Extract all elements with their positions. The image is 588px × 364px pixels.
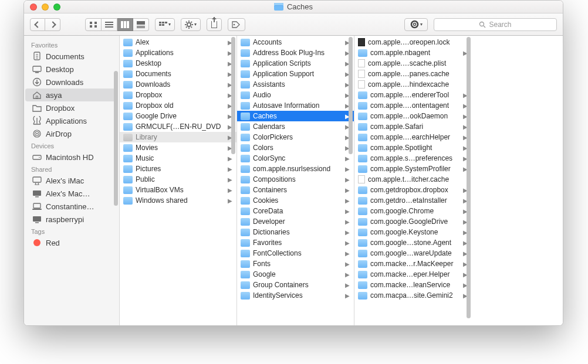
file-row[interactable]: Movies▶ — [120, 142, 236, 153]
file-row[interactable]: com.apple.…hindexcache — [354, 79, 472, 90]
file-row[interactable]: Colors▶ — [237, 142, 354, 153]
zoom-button[interactable] — [53, 4, 60, 11]
file-row[interactable]: Library▶ — [120, 132, 236, 142]
file-row[interactable]: com.google.Chrome▶ — [354, 206, 472, 216]
file-row[interactable]: ColorPickers▶ — [237, 132, 354, 142]
file-row[interactable]: Dictionaries▶ — [237, 227, 354, 237]
file-row[interactable]: ColorSync▶ — [237, 153, 354, 164]
file-row[interactable]: com.apple.nbagent▶ — [354, 47, 472, 58]
file-row[interactable]: com.apple…ookDaemon▶ — [354, 111, 472, 121]
file-row[interactable]: Containers▶ — [237, 185, 354, 195]
file-row[interactable]: com.apple.…earchHelper▶ — [354, 132, 472, 142]
sidebar-item[interactable]: raspberrypi — [25, 213, 118, 226]
file-row[interactable]: com.apple.s…preferences▶ — [354, 153, 472, 164]
file-row[interactable]: IdentityServices▶ — [237, 290, 354, 301]
file-row[interactable]: Windows shared▶ — [120, 195, 236, 206]
back-button[interactable] — [30, 18, 45, 31]
view-coverflow-button[interactable] — [133, 18, 149, 31]
titlebar[interactable]: Caches — [24, 1, 563, 13]
sidebar-item[interactable]: Desktop — [25, 63, 118, 76]
sidebar-item[interactable]: Alex's iMac — [25, 174, 118, 187]
file-row[interactable]: Calendars▶ — [237, 121, 354, 132]
file-row[interactable]: Documents▶ — [120, 69, 236, 79]
minimize-button[interactable] — [42, 4, 49, 11]
file-row[interactable]: com.apple.…scache.plist — [354, 58, 472, 69]
file-row[interactable]: Fonts▶ — [237, 258, 354, 269]
file-row[interactable]: Assistants▶ — [237, 79, 354, 90]
search-field[interactable]: Search — [434, 18, 557, 31]
sidebar-item[interactable]: Macintosh HD — [25, 151, 118, 164]
file-row[interactable]: FontCollections▶ — [237, 248, 354, 258]
file-row[interactable]: Audio▶ — [237, 90, 354, 100]
file-row[interactable]: com.apple.…ontentagent▶ — [354, 100, 472, 111]
view-column-button[interactable] — [117, 18, 133, 31]
file-row[interactable]: Application Scripts▶ — [237, 58, 354, 69]
forward-button[interactable] — [45, 18, 60, 31]
column-scrollbar[interactable] — [467, 37, 471, 318]
file-row[interactable]: com.apple.…endererTool▶ — [354, 90, 472, 100]
file-row[interactable]: com.apple.Safari▶ — [354, 121, 472, 132]
file-row[interactable]: GRMCULF(…EN-RU_DVD▶ — [120, 121, 236, 132]
file-row[interactable]: Developer▶ — [237, 216, 354, 227]
file-row[interactable]: com.macke…eper.Helper▶ — [354, 269, 472, 280]
arrange-button[interactable]: ▾ — [155, 18, 175, 31]
file-row[interactable]: com.macke…r.MacKeeper▶ — [354, 258, 472, 269]
sidebar-item[interactable]: Downloads — [25, 76, 118, 89]
action-button[interactable]: ▾ — [181, 18, 201, 31]
file-row[interactable]: Application Support▶ — [237, 69, 354, 79]
file-row[interactable]: com.apple.Spotlight▶ — [354, 142, 472, 153]
dropbox-smartsync-button[interactable]: ▾ — [404, 18, 428, 31]
file-row[interactable]: com.google.GoogleDrive▶ — [354, 216, 472, 227]
file-row[interactable]: Google Drive▶ — [120, 111, 236, 121]
file-row[interactable]: com.apple.SystemProfiler▶ — [354, 164, 472, 174]
file-row[interactable]: CoreData▶ — [237, 206, 354, 216]
sidebar-item[interactable]: Alex's Mac… — [25, 187, 118, 200]
file-row[interactable]: Autosave Information▶ — [237, 100, 354, 111]
file-row[interactable]: Accounts▶ — [237, 37, 354, 47]
file-row[interactable]: Favorites▶ — [237, 237, 354, 248]
column-scrollbar[interactable] — [231, 37, 235, 154]
file-row[interactable]: com.google.Keystone▶ — [354, 227, 472, 237]
file-row[interactable]: Pictures▶ — [120, 164, 236, 174]
file-row[interactable]: Downloads▶ — [120, 79, 236, 90]
file-row[interactable]: com.google…wareUpdate▶ — [354, 248, 472, 258]
file-row[interactable]: Dropbox▶ — [120, 90, 236, 100]
file-row[interactable]: com.getdro…etaInstaller▶ — [354, 195, 472, 206]
tags-button[interactable] — [228, 18, 245, 31]
view-list-button[interactable] — [102, 18, 117, 31]
file-row[interactable]: Google▶ — [237, 269, 354, 280]
file-row[interactable]: VirtualBox VMs▶ — [120, 185, 236, 195]
file-row[interactable]: Compositions▶ — [237, 174, 354, 185]
sidebar-scrollbar[interactable] — [114, 71, 118, 206]
file-row[interactable]: com.apple.nsurlsessiond▶ — [237, 164, 354, 174]
file-row[interactable]: com.getdropbox.dropbox▶ — [354, 185, 472, 195]
svg-rect-51 — [33, 177, 41, 182]
view-icon-button[interactable] — [85, 18, 102, 31]
file-row[interactable]: com.apple.…panes.cache — [354, 69, 472, 79]
file-row[interactable]: Caches▶ — [237, 111, 354, 121]
column-scrollbar[interactable] — [349, 37, 353, 154]
file-row[interactable]: Dropbox old▶ — [120, 100, 236, 111]
file-row[interactable]: Applications▶ — [120, 47, 236, 58]
sidebar-item[interactable]: Constantine… — [25, 200, 118, 213]
file-row[interactable]: com.macke…leanService▶ — [354, 280, 472, 290]
file-row[interactable]: com.apple.t…itcher.cache — [354, 174, 472, 185]
sidebar-item[interactable]: Documents — [25, 50, 118, 63]
sidebar-item[interactable]: Dropbox — [25, 101, 118, 114]
sidebar-item[interactable]: Applications — [25, 114, 118, 127]
sidebar-item[interactable]: AirDrop — [25, 127, 118, 140]
file-row[interactable]: Address Book Plug-Ins▶ — [237, 47, 354, 58]
file-row[interactable]: com.google…stone.Agent▶ — [354, 237, 472, 248]
file-row[interactable]: Music▶ — [120, 153, 236, 164]
file-row[interactable]: Cookies▶ — [237, 195, 354, 206]
share-button[interactable] — [207, 18, 222, 31]
file-row[interactable]: Public▶ — [120, 174, 236, 185]
file-row[interactable]: Desktop▶ — [120, 58, 236, 69]
file-row[interactable]: com.apple.…oreopen.lock — [354, 37, 472, 47]
close-button[interactable] — [30, 4, 37, 11]
sidebar-item[interactable]: Red — [25, 236, 118, 249]
file-row[interactable]: Alex▶ — [120, 37, 236, 47]
sidebar-item[interactable]: asya — [25, 89, 118, 101]
file-row[interactable]: Group Containers▶ — [237, 280, 354, 290]
file-row[interactable]: com.macpa…site.Gemini2▶ — [354, 290, 472, 301]
